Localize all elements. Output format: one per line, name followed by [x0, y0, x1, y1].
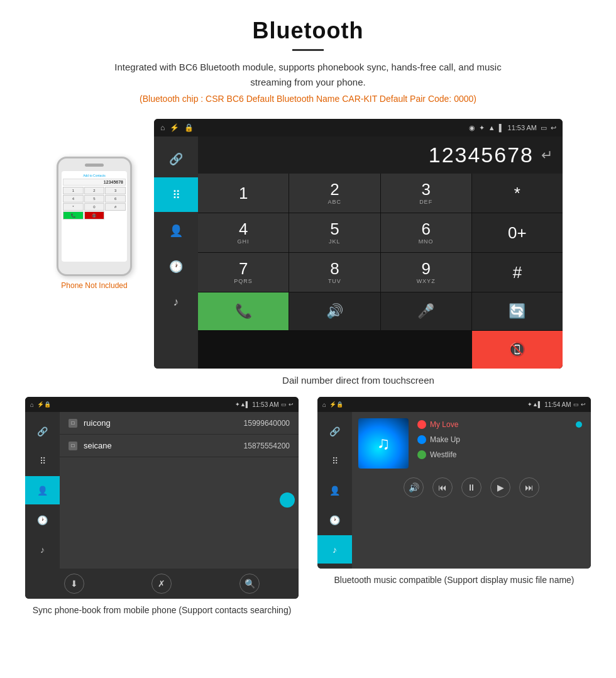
page-title: Bluetooth — [13, 18, 603, 44]
contacts-nav-contacts[interactable]: 👤 — [25, 476, 60, 504]
phone-key-4: 4 — [63, 195, 84, 203]
nav-history[interactable]: 🕐 — [154, 249, 198, 284]
header-description: Integrated with BC6 Bluetooth module, su… — [94, 60, 522, 90]
key-0plus[interactable]: 0+ — [472, 213, 563, 252]
contact-row-1: □ ruicong 15999640000 — [60, 412, 299, 435]
key-star[interactable]: * — [472, 174, 563, 213]
home-icon: ⌂ — [160, 123, 165, 132]
lock-icon: 🔒 — [184, 123, 194, 132]
key-6[interactable]: 6 MNO — [381, 213, 471, 252]
delete-btn[interactable]: ✗ — [151, 574, 172, 594]
contacts-section: ⌂ ⚡🔒 ✦▲▌ 11:53 AM ▭ ↩ 🔗 ⠿ 👤 🕐 ♪ — [25, 397, 299, 617]
contacts-android-screen: ⌂ ⚡🔒 ✦▲▌ 11:53 AM ▭ ↩ 🔗 ⠿ 👤 🕐 ♪ — [25, 397, 299, 599]
contact-phone-1: 15999640000 — [244, 419, 290, 428]
phone-not-included-label: Phone Not Included — [61, 281, 127, 290]
download-btn[interactable]: ⬇ — [64, 574, 84, 594]
music-android-screen: ⌂ ⚡🔒 ✦▲▌ 11:54 AM ▭ ↩ 🔗 ⠿ 👤 🕐 ♪ — [317, 397, 591, 569]
contacts-side-nav: 🔗 ⠿ 👤 🕐 ♪ — [25, 412, 60, 569]
contacts-nav-history[interactable]: 🕐 — [25, 506, 60, 534]
contacts-list: □ ruicong 15999640000 □ seicane 15875554… — [60, 412, 299, 569]
speaker-button[interactable]: 🔊 — [289, 292, 380, 330]
music-main-area: ♫ My Love Make Up — [352, 412, 591, 569]
music-nav-history[interactable]: 🕐 — [317, 506, 352, 534]
sync-button[interactable]: 🔄 — [472, 292, 563, 330]
dial-screen-container: ⌂ ⚡ 🔒 ◉ ✦ ▲ ▌ 11:53 AM ▭ ↩ 🔗 — [154, 119, 563, 397]
number-display: 12345678 ↵ — [198, 136, 563, 174]
play-btn[interactable]: ▶ — [490, 477, 510, 497]
contacts-bottom-bar: ⬇ ✗ 🔍 — [25, 569, 299, 599]
contacts-nav-dialpad[interactable]: ⠿ — [25, 447, 60, 475]
phone-key-3: 3 — [105, 187, 126, 194]
music-nav-dialpad[interactable]: ⠿ — [317, 447, 352, 475]
music-dot-2 — [417, 435, 426, 444]
music-title-3: Westlife — [430, 450, 582, 459]
key-8[interactable]: 8 TUV — [289, 253, 380, 292]
usb-icon: ⚡ — [170, 123, 179, 132]
music-title-2: Make Up — [430, 435, 582, 444]
contacts-body: 🔗 ⠿ 👤 🕐 ♪ □ ruicong 15999640000 □ seican… — [25, 412, 299, 569]
nav-contacts[interactable]: 👤 — [154, 213, 198, 248]
contacts-time: 11:53 AM — [252, 401, 278, 408]
phone-keypad: 1 2 3 4 5 6 * 0 # 📞 📵 — [63, 187, 126, 220]
phone-mockup: Add to Contacts 12345678 1 2 3 4 5 6 * 0… — [53, 157, 135, 290]
dial-status-bar: ⌂ ⚡ 🔒 ◉ ✦ ▲ ▌ 11:53 AM ▭ ↩ — [154, 119, 563, 136]
nav-link[interactable]: 🔗 — [154, 142, 198, 176]
home-icon-sm: ⌂ — [30, 401, 34, 408]
music-nav-link[interactable]: 🔗 — [317, 417, 352, 445]
contacts-nav-music[interactable]: ♪ — [25, 535, 60, 564]
music-row-3: Westlife — [415, 448, 585, 461]
key-4[interactable]: 4 GHI — [198, 213, 289, 252]
nav-dialpad[interactable]: ⠿ — [154, 177, 198, 212]
phone-screen: Add to Contacts 12345678 1 2 3 4 5 6 * 0… — [62, 171, 127, 262]
music-time: 11:54 AM — [544, 401, 571, 408]
key-3[interactable]: 3 DEF — [381, 174, 471, 213]
phone-key-6: 6 — [105, 195, 126, 203]
contact-row-2: □ seicane 15875554200 — [60, 435, 299, 457]
prev-btn[interactable]: ⏮ — [432, 477, 453, 497]
phone-key-2: 2 — [84, 187, 105, 194]
music-nav-contacts[interactable]: 👤 — [317, 476, 352, 504]
mute-button[interactable]: 🎤 — [381, 292, 471, 330]
nav-music[interactable]: ♪ — [154, 285, 198, 320]
phone-add-contacts: Add to Contacts — [83, 174, 106, 177]
next-btn[interactable]: ⏭ — [519, 477, 539, 497]
status-right: ◉ ✦ ▲ ▌ 11:53 AM ▭ ↩ — [469, 124, 556, 132]
wifi-icon: ▲ — [488, 124, 495, 131]
end-call-button[interactable]: 📵 — [472, 331, 563, 369]
bottom-section: ⌂ ⚡🔒 ✦▲▌ 11:53 AM ▭ ↩ 🔗 ⠿ 👤 🕐 ♪ — [0, 397, 616, 630]
key-2[interactable]: 2 ABC — [289, 174, 380, 213]
signal-icon: ▌ — [499, 124, 504, 131]
music-artwork: ♫ — [358, 418, 409, 469]
bt-icon: ✦▲▌ — [235, 401, 250, 408]
page-header: Bluetooth Integrated with BC6 Bluetooth … — [0, 0, 616, 113]
music-controls: 🔊 ⏮ ⏸ ▶ ⏭ — [358, 477, 585, 497]
backspace-button[interactable]: ↵ — [541, 147, 553, 164]
contacts-nav-link[interactable]: 🔗 — [25, 417, 60, 445]
volume-btn[interactable]: 🔊 — [404, 477, 424, 497]
contact-icon-1: □ — [69, 419, 77, 428]
key-5[interactable]: 5 JKL — [289, 213, 380, 252]
home-icon-sm2: ⌂ — [322, 401, 326, 408]
contact-name-2: seicane — [84, 441, 238, 450]
phone-end-btn: 📵 — [84, 211, 105, 220]
pause-btn[interactable]: ⏸ — [461, 477, 481, 497]
key-9[interactable]: 9 WXYZ — [381, 253, 471, 292]
dial-main-area: 12345678 ↵ 1 2 ABC 3 — [198, 136, 563, 369]
music-dot-3 — [417, 450, 426, 459]
key-1[interactable]: 1 — [198, 174, 289, 213]
key-7[interactable]: 7 PQRS — [198, 253, 289, 292]
bat-icon: ▭ ↩ — [281, 401, 294, 408]
contacts-status-right: ✦▲▌ 11:53 AM ▭ ↩ — [235, 401, 294, 408]
phone-key-star: * — [63, 203, 84, 211]
music-nav-music[interactable]: ♪ — [317, 535, 352, 564]
music-status-left: ⌂ ⚡🔒 — [322, 401, 343, 408]
phone-key-0: 0 — [84, 203, 105, 211]
key-hash[interactable]: # — [472, 253, 563, 292]
music-status-bar: ⌂ ⚡🔒 ✦▲▌ 11:54 AM ▭ ↩ — [317, 397, 591, 412]
contacts-empty-space — [60, 457, 299, 489]
dial-body: 🔗 ⠿ 👤 🕐 ♪ 12345678 ↵ — [154, 136, 563, 369]
phone-key-1: 1 — [63, 187, 84, 194]
music-body: 🔗 ⠿ 👤 🕐 ♪ ♫ My Love — [317, 412, 591, 569]
call-button[interactable]: 📞 — [198, 292, 289, 330]
search-btn[interactable]: 🔍 — [239, 574, 260, 594]
